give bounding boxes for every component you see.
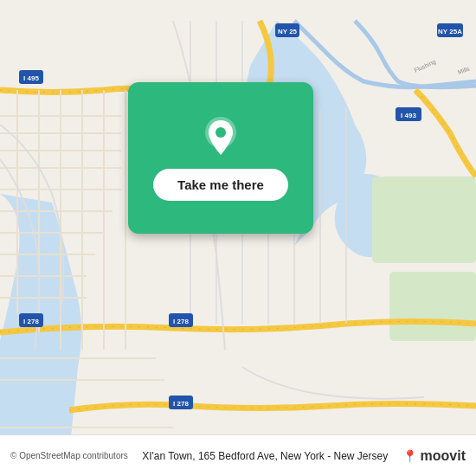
svg-rect-1 xyxy=(389,272,476,341)
map-attribution: © OpenStreetMap contributors xyxy=(10,451,128,460)
map-svg: I 495 I 278 I 278 I 278 NY 25 NY 25A I 4… xyxy=(0,0,476,476)
svg-text:I 278: I 278 xyxy=(173,318,189,325)
svg-text:I 495: I 495 xyxy=(23,74,39,82)
svg-text:NY 25A: NY 25A xyxy=(438,28,462,35)
svg-text:I 493: I 493 xyxy=(401,112,416,119)
take-me-there-button[interactable]: Take me there xyxy=(153,169,288,201)
bottom-bar: © OpenStreetMap contributors XI'an Town,… xyxy=(0,434,476,476)
location-card[interactable]: Take me there xyxy=(128,82,313,234)
location-pin-icon xyxy=(198,115,243,160)
svg-text:I 278: I 278 xyxy=(23,318,39,325)
svg-point-47 xyxy=(215,127,226,138)
moovit-pin-icon: 📍 xyxy=(402,449,417,463)
svg-text:NY 25: NY 25 xyxy=(278,28,298,35)
svg-text:Mills: Mills xyxy=(457,65,471,75)
map-container: I 495 I 278 I 278 I 278 NY 25 NY 25A I 4… xyxy=(0,0,476,476)
svg-text:I 278: I 278 xyxy=(173,400,189,408)
location-label: XI'an Town, 165 Bedford Ave, New York - … xyxy=(128,450,402,462)
svg-rect-0 xyxy=(372,177,476,263)
svg-text:Flushing: Flushing xyxy=(413,58,436,74)
moovit-logo: 📍 moovit xyxy=(402,448,466,464)
moovit-text: moovit xyxy=(421,448,466,464)
